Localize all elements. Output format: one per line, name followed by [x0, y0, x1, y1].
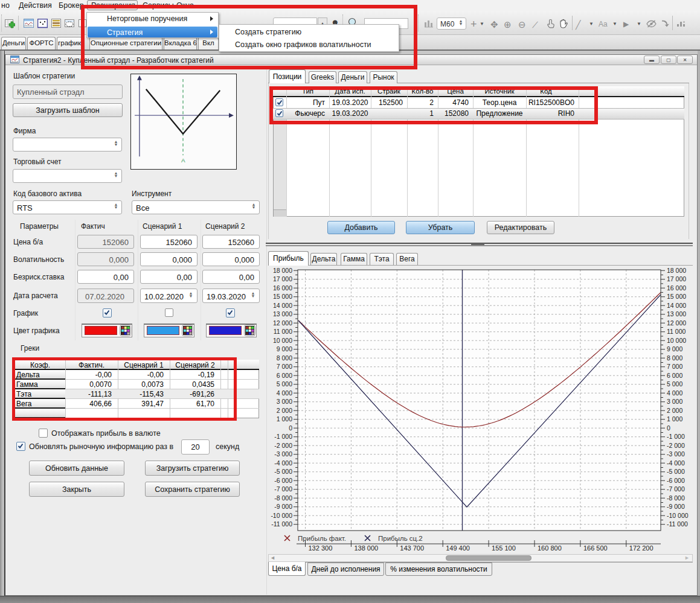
svg-text:-3 000: -3 000: [667, 450, 685, 458]
svg-text:12 000: 12 000: [667, 319, 686, 327]
svg-text:-2 000: -2 000: [274, 442, 292, 449]
svg-text:-3 000: -3 000: [274, 450, 292, 458]
svg-text:-9 000: -9 000: [274, 503, 292, 510]
svg-text:6 000: 6 000: [277, 372, 292, 379]
svg-text:2 000: 2 000: [667, 407, 682, 414]
svg-text:16 000: 16 000: [667, 284, 686, 292]
svg-text:5 000: 5 000: [277, 380, 292, 388]
svg-text:-8 000: -8 000: [274, 494, 292, 502]
svg-text:-6 000: -6 000: [667, 477, 685, 484]
svg-text:16 000: 16 000: [273, 284, 292, 292]
svg-text:172 200: 172 200: [629, 544, 653, 552]
svg-text:0: 0: [289, 424, 292, 432]
svg-text:143 700: 143 700: [400, 544, 424, 552]
svg-text:-10 000: -10 000: [271, 512, 292, 519]
svg-text:10 000: 10 000: [667, 337, 686, 344]
svg-text:18 000: 18 000: [667, 267, 686, 274]
svg-text:14 000: 14 000: [667, 302, 686, 309]
svg-text:-5 000: -5 000: [667, 468, 685, 475]
svg-text:13 000: 13 000: [273, 310, 292, 317]
svg-text:12 000: 12 000: [273, 319, 292, 327]
svg-text:-11 000: -11 000: [667, 520, 688, 528]
svg-text:2 000: 2 000: [277, 407, 292, 414]
svg-text:-2 000: -2 000: [667, 442, 685, 449]
svg-text:4 000: 4 000: [667, 389, 682, 397]
svg-text:6 000: 6 000: [667, 372, 682, 379]
svg-text:18 000: 18 000: [273, 267, 292, 274]
svg-text:7 000: 7 000: [667, 363, 682, 370]
svg-text:138 000: 138 000: [354, 544, 378, 552]
svg-text:-5 000: -5 000: [274, 468, 292, 475]
svg-text:-11 000: -11 000: [271, 520, 292, 528]
svg-text:1 000: 1 000: [667, 415, 682, 423]
svg-text:-4 000: -4 000: [274, 459, 292, 467]
svg-text:11 000: 11 000: [667, 328, 686, 335]
svg-text:160 800: 160 800: [538, 544, 562, 552]
svg-text:0: 0: [667, 424, 670, 432]
svg-text:14 000: 14 000: [273, 302, 292, 309]
svg-text:17 000: 17 000: [667, 275, 686, 282]
svg-text:-9 000: -9 000: [667, 503, 685, 510]
svg-text:А: А: [181, 157, 185, 164]
svg-text:155 100: 155 100: [492, 544, 516, 552]
svg-text:166 500: 166 500: [583, 544, 608, 552]
svg-text:-1 000: -1 000: [274, 433, 292, 440]
svg-text:15 000: 15 000: [667, 293, 686, 300]
svg-text:1 000: 1 000: [277, 415, 292, 423]
svg-text:-10 000: -10 000: [667, 512, 689, 519]
svg-text:-7 000: -7 000: [667, 485, 685, 493]
svg-text:132 300: 132 300: [309, 544, 333, 552]
svg-text:9 000: 9 000: [667, 345, 682, 353]
svg-text:149 400: 149 400: [446, 544, 470, 552]
svg-text:-1 000: -1 000: [667, 433, 685, 440]
svg-text:8 000: 8 000: [667, 354, 682, 362]
svg-text:13 000: 13 000: [667, 310, 686, 317]
svg-text:8 000: 8 000: [277, 354, 292, 362]
svg-text:11 000: 11 000: [274, 328, 292, 335]
svg-text:17 000: 17 000: [273, 275, 292, 282]
svg-text:10 000: 10 000: [273, 337, 292, 344]
svg-text:3 000: 3 000: [667, 398, 682, 405]
svg-text:-4 000: -4 000: [667, 459, 685, 467]
svg-text:-7 000: -7 000: [274, 485, 292, 493]
svg-text:9 000: 9 000: [277, 345, 292, 353]
svg-text:15 000: 15 000: [273, 293, 292, 300]
svg-text:7 000: 7 000: [277, 363, 292, 370]
svg-text:3 000: 3 000: [277, 398, 292, 405]
svg-text:-6 000: -6 000: [274, 477, 292, 484]
svg-text:-8 000: -8 000: [667, 494, 685, 502]
svg-text:Прибыль сц.2: Прибыль сц.2: [378, 535, 423, 542]
svg-text:5 000: 5 000: [667, 380, 682, 388]
svg-text:4 000: 4 000: [277, 389, 292, 397]
